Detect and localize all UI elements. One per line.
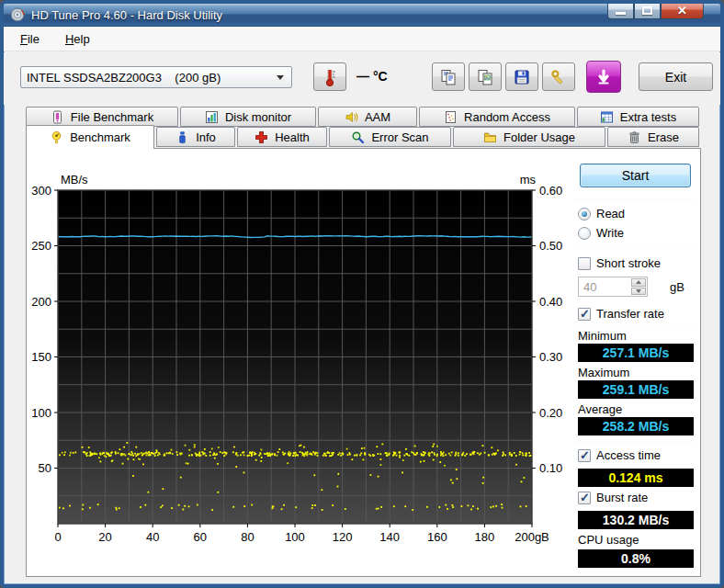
maximize-button[interactable] xyxy=(634,2,661,19)
tab-label: Extra tests xyxy=(620,110,676,124)
burst-rate-checkbox[interactable] xyxy=(578,492,591,504)
menu-file[interactable]: File xyxy=(11,28,49,50)
copy-text-button[interactable] xyxy=(432,62,465,91)
svg-text:200gB: 200gB xyxy=(515,530,549,544)
drive-select[interactable]: INTEL SSDSA2BZ200G3 (200 gB) xyxy=(20,66,292,88)
burst-rate-row[interactable]: Burst rate xyxy=(578,491,648,504)
aam-icon xyxy=(345,110,358,124)
read-radio[interactable] xyxy=(578,208,591,220)
save-button[interactable] xyxy=(505,62,538,91)
minimize-button[interactable] xyxy=(607,2,634,19)
random-access-icon xyxy=(444,110,458,124)
temperature-readout: — °C xyxy=(356,69,388,84)
svg-text:160: 160 xyxy=(427,530,447,544)
tab-error-scan[interactable]: Error Scan xyxy=(329,127,451,147)
read-label: Read xyxy=(596,207,625,220)
svg-text:20: 20 xyxy=(98,530,111,544)
access-time-label: Access time xyxy=(596,448,661,462)
tab-label: Disk monitor xyxy=(225,110,291,124)
short-stroke-stepper xyxy=(631,278,646,295)
drive-select-value: INTEL SSDSA2BZ200G3 (200 gB) xyxy=(27,71,277,85)
thermometer-icon xyxy=(322,67,337,87)
window-title: HD Tune Pro 4.60 - Hard Disk Utility xyxy=(31,8,222,22)
svg-text:100: 100 xyxy=(285,530,305,544)
exit-button[interactable]: Exit xyxy=(639,62,713,91)
tab-file-benchmark[interactable]: File Benchmark xyxy=(26,107,178,127)
access-time-checkbox[interactable] xyxy=(578,449,591,462)
close-button[interactable]: ✕ xyxy=(661,2,704,19)
transfer-rate-row[interactable]: Transfer rate xyxy=(578,307,664,321)
tab-label: File Benchmark xyxy=(71,110,153,124)
maximize-icon xyxy=(642,6,652,15)
svg-text:300: 300 xyxy=(31,184,51,198)
short-stroke-size-field[interactable]: 40 xyxy=(578,277,648,297)
info-icon xyxy=(175,130,189,144)
temperature-button[interactable] xyxy=(313,62,346,91)
access-time-value: 0.124 ms xyxy=(578,469,694,487)
svg-text:60: 60 xyxy=(194,530,207,544)
svg-text:150: 150 xyxy=(31,350,51,364)
average-value: 258.2 MB/s xyxy=(578,417,694,435)
cpu-usage-label: CPU usage xyxy=(578,533,639,547)
short-stroke-checkbox[interactable] xyxy=(578,257,591,270)
tab-info[interactable]: Info xyxy=(156,127,235,147)
stepper-up-button[interactable] xyxy=(631,278,646,287)
tab-label: Random Access xyxy=(464,110,550,124)
minimum-value: 257.1 MB/s xyxy=(578,344,694,362)
tab-erase[interactable]: Erase xyxy=(607,127,699,147)
tab-benchmark[interactable]: Benchmark xyxy=(26,125,154,149)
svg-text:0.20: 0.20 xyxy=(539,406,562,420)
stepper-down-button[interactable] xyxy=(631,288,646,296)
average-label: Average xyxy=(578,402,622,416)
write-radio[interactable] xyxy=(578,227,591,240)
tab-aam[interactable]: AAM xyxy=(318,107,417,127)
svg-text:200: 200 xyxy=(31,295,51,309)
tab-folder-usage[interactable]: Folder Usage xyxy=(453,127,605,147)
chevron-down-icon xyxy=(277,75,284,80)
short-stroke-row[interactable]: Short stroke xyxy=(578,256,661,270)
arrow-up-icon xyxy=(636,280,641,284)
transfer-rate-label: Transfer rate xyxy=(596,307,664,321)
maximum-value: 259.1 MB/s xyxy=(578,380,694,399)
tab-label: Health xyxy=(275,130,310,144)
error-scan-icon xyxy=(351,130,365,144)
menu-help[interactable]: Help xyxy=(56,28,99,50)
read-radio-row[interactable]: Read xyxy=(578,207,625,220)
cpu-usage-value: 0.8% xyxy=(578,549,694,568)
arrow-down-icon xyxy=(636,289,641,293)
health-icon xyxy=(255,130,268,144)
tab-health[interactable]: Health xyxy=(237,127,327,147)
disk-monitor-icon xyxy=(205,110,219,124)
copy-image-button[interactable] xyxy=(469,62,502,91)
download-button[interactable] xyxy=(586,61,621,93)
svg-text:0.30: 0.30 xyxy=(539,350,562,364)
save-icon xyxy=(514,69,530,85)
short-stroke-unit: gB xyxy=(670,280,684,294)
tab-row-1: File BenchmarkDisk monitorAAMRandom Acce… xyxy=(26,107,699,127)
short-stroke-label: Short stroke xyxy=(596,256,661,270)
benchmark-icon xyxy=(50,130,63,144)
app-window: HD Tune Pro 4.60 - Hard Disk Utility ✕ F… xyxy=(0,0,724,588)
access-time-row[interactable]: Access time xyxy=(578,448,661,462)
svg-text:180: 180 xyxy=(475,530,495,544)
erase-icon xyxy=(628,130,641,144)
tab-disk-monitor[interactable]: Disk monitor xyxy=(180,107,316,127)
write-radio-row[interactable]: Write xyxy=(578,226,624,240)
transfer-rate-checkbox[interactable] xyxy=(578,308,591,321)
start-button[interactable]: Start xyxy=(580,164,691,187)
tab-label: Error Scan xyxy=(371,130,428,144)
tab-extra-tests[interactable]: Extra tests xyxy=(577,107,699,127)
tab-label: Folder Usage xyxy=(503,130,575,144)
tab-label: Benchmark xyxy=(70,130,130,144)
minimize-icon xyxy=(616,12,626,15)
svg-text:120: 120 xyxy=(333,530,353,544)
options-button[interactable] xyxy=(542,62,575,91)
svg-text:0: 0 xyxy=(54,530,61,544)
separator xyxy=(572,247,697,248)
svg-text:50: 50 xyxy=(39,461,51,475)
toolbar: INTEL SSDSA2BZ200G3 (200 gB) — °C Exit xyxy=(4,52,720,105)
tab-label: AAM xyxy=(365,110,390,124)
tab-random-access[interactable]: Random Access xyxy=(419,107,575,127)
benchmark-chart: 300250200150100500.600.500.400.300.200.1… xyxy=(27,149,572,575)
svg-text:0.60: 0.60 xyxy=(539,184,562,198)
